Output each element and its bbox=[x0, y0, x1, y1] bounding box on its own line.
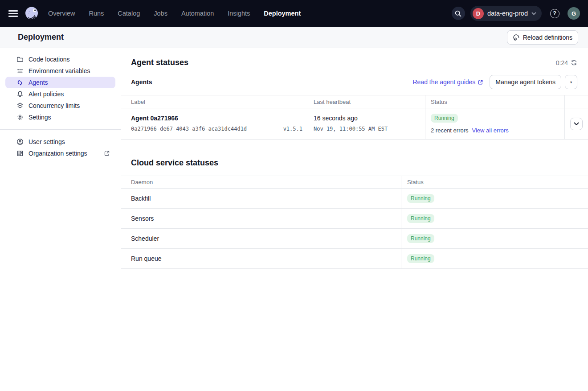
nav-deployment[interactable]: Deployment bbox=[264, 10, 301, 17]
sidebar-item-agents[interactable]: Agents bbox=[5, 77, 115, 88]
view-all-errors-link[interactable]: View all errors bbox=[472, 127, 509, 134]
agent-expand-cell bbox=[565, 108, 588, 140]
agent-actions-dropdown-button[interactable]: ▾ bbox=[565, 75, 577, 89]
deployment-switcher[interactable]: D data-eng-prod bbox=[470, 6, 542, 21]
agent-icon bbox=[16, 79, 24, 86]
sidebar-item-organization-settings[interactable]: Organization settings bbox=[5, 148, 115, 159]
cloud-table-header: Daemon Status bbox=[121, 176, 588, 189]
sidebar-divider bbox=[0, 129, 121, 130]
column-header-daemon: Daemon bbox=[121, 176, 401, 189]
external-link-icon bbox=[478, 79, 483, 85]
nav-insights[interactable]: Insights bbox=[228, 10, 250, 17]
sidebar-item-label: Alert policies bbox=[29, 88, 64, 100]
daemon-name: Scheduler bbox=[121, 229, 401, 249]
primary-nav: Overview Runs Catalog Jobs Automation In… bbox=[48, 10, 301, 17]
sidebar-item-alert-policies[interactable]: Alert policies bbox=[5, 88, 115, 100]
deployment-name: data-eng-prod bbox=[487, 10, 528, 17]
nav-jobs[interactable]: Jobs bbox=[154, 10, 167, 17]
sidebar-item-label: Environment variables bbox=[29, 65, 90, 77]
cloud-service-statuses-title: Cloud service statuses bbox=[131, 158, 577, 168]
heartbeat-timestamp: Nov 19, 11:00:55 AM EST bbox=[314, 126, 420, 132]
refresh-icon[interactable] bbox=[571, 59, 577, 66]
agents-table-header: Label Last heartbeat Status bbox=[121, 95, 588, 108]
code-location-reload-icon bbox=[513, 34, 520, 41]
page-title: Deployment bbox=[18, 33, 64, 42]
agent-label-cell: Agent 0a271966 0a271966-de67-4043-a3f6-a… bbox=[121, 108, 308, 140]
bell-icon bbox=[16, 91, 24, 98]
nav-automation[interactable]: Automation bbox=[181, 10, 214, 17]
sidebar-item-label: Settings bbox=[29, 111, 51, 123]
building-icon bbox=[16, 150, 24, 157]
agents-label: Agents bbox=[131, 78, 152, 86]
agent-version: v1.5.1 bbox=[283, 126, 302, 132]
deployment-sidebar: Code locations Environment variables Age… bbox=[0, 48, 121, 391]
column-header-last-heartbeat: Last heartbeat bbox=[308, 95, 425, 108]
dagster-logo-icon[interactable] bbox=[23, 5, 40, 22]
daemon-name: Sensors bbox=[121, 209, 401, 229]
sidebar-item-label: User settings bbox=[29, 138, 65, 145]
status-badge: Running bbox=[407, 254, 434, 263]
status-badge: Running bbox=[407, 214, 434, 223]
manage-agent-tokens-label: Manage agent tokens bbox=[495, 78, 555, 86]
daemon-row: Scheduler Running bbox=[121, 229, 588, 249]
agent-expand-button[interactable] bbox=[570, 118, 583, 130]
sidebar-item-code-locations[interactable]: Code locations bbox=[5, 54, 115, 65]
sidebar-item-label: Code locations bbox=[29, 54, 70, 65]
countdown-value: 0:24 bbox=[556, 59, 568, 66]
agent-id: 0a271966-de67-4043-a3f6-aca31dc44d1d bbox=[131, 126, 247, 132]
manage-agent-tokens-button[interactable]: Manage agent tokens bbox=[490, 75, 561, 89]
sidebar-item-environment-variables[interactable]: Environment variables bbox=[5, 65, 115, 77]
agent-guides-link[interactable]: Read the agent guides bbox=[412, 78, 483, 86]
sidebar-item-label: Organization settings bbox=[29, 150, 87, 157]
sidebar-item-label: Concurrency limits bbox=[29, 100, 80, 111]
daemon-row: Sensors Running bbox=[121, 209, 588, 229]
agent-row: Agent 0a271966 0a271966-de67-4043-a3f6-a… bbox=[121, 108, 588, 140]
layers-icon bbox=[16, 102, 24, 110]
nav-overview[interactable]: Overview bbox=[48, 10, 75, 17]
agents-table: Label Last heartbeat Status Agent 0a2719… bbox=[121, 95, 588, 140]
chevron-down-icon bbox=[531, 12, 536, 15]
daemon-name: Backfill bbox=[121, 189, 401, 209]
caret-down-icon: ▾ bbox=[570, 80, 572, 84]
deployment-badge: D bbox=[473, 8, 484, 19]
deployment-main: Agent statuses 0:24 Agents Read the agen… bbox=[121, 48, 588, 391]
refresh-countdown: 0:24 bbox=[556, 59, 577, 66]
daemon-row: Run queue Running bbox=[121, 249, 588, 269]
agent-status-cell: Running 2 recent errors View all errors bbox=[425, 108, 565, 140]
daemon-name: Run queue bbox=[121, 249, 401, 269]
help-button[interactable]: ? bbox=[548, 7, 561, 20]
sidebar-item-settings[interactable]: Settings bbox=[5, 111, 115, 123]
agent-heartbeat-cell: 16 seconds ago Nov 19, 11:00:55 AM EST bbox=[308, 108, 425, 140]
hamburger-menu-icon[interactable] bbox=[6, 7, 20, 20]
sidebar-item-label: Agents bbox=[29, 77, 48, 88]
status-badge: Running bbox=[431, 114, 458, 123]
user-avatar[interactable]: G bbox=[568, 7, 580, 20]
cloud-services-table: Daemon Status Backfill Running Sensors R… bbox=[121, 176, 588, 269]
agents-toolbar: Agents Read the agent guides Manage agen… bbox=[131, 75, 577, 89]
agent-name: Agent 0a271966 bbox=[131, 115, 302, 122]
sidebar-item-user-settings[interactable]: User settings bbox=[5, 136, 115, 148]
gear-icon bbox=[16, 114, 24, 121]
nav-runs[interactable]: Runs bbox=[89, 10, 104, 17]
agent-guides-link-label: Read the agent guides bbox=[412, 78, 475, 86]
heartbeat-relative: 16 seconds ago bbox=[314, 115, 420, 122]
top-nav: Overview Runs Catalog Jobs Automation In… bbox=[0, 0, 588, 27]
reload-definitions-label: Reload definitions bbox=[523, 34, 572, 41]
external-link-icon bbox=[104, 150, 110, 156]
status-badge: Running bbox=[407, 194, 434, 203]
search-icon bbox=[454, 10, 462, 17]
folder-icon bbox=[16, 56, 24, 63]
column-header-label: Label bbox=[121, 95, 308, 108]
agent-statuses-title: Agent statuses bbox=[131, 58, 188, 67]
sidebar-item-concurrency-limits[interactable]: Concurrency limits bbox=[5, 100, 115, 111]
reload-definitions-button[interactable]: Reload definitions bbox=[507, 30, 578, 45]
daemon-row: Backfill Running bbox=[121, 189, 588, 209]
agent-statuses-header: Agent statuses 0:24 bbox=[131, 58, 577, 67]
page-header: Deployment Reload definitions bbox=[0, 27, 588, 48]
chevron-down-icon bbox=[574, 122, 579, 126]
search-button[interactable] bbox=[452, 7, 465, 20]
status-badge: Running bbox=[407, 234, 434, 243]
column-header-status: Status bbox=[401, 176, 588, 189]
nav-catalog[interactable]: Catalog bbox=[118, 10, 140, 17]
recent-errors-text: 2 recent errors bbox=[431, 127, 469, 134]
